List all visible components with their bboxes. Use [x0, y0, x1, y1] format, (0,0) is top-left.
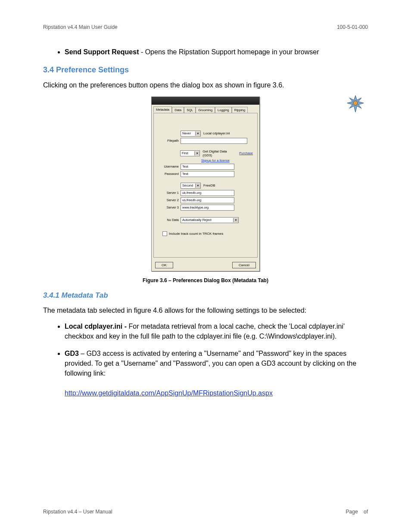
tab-logging[interactable]: Logging: [215, 107, 232, 113]
nodata-label: No Data: [158, 218, 181, 222]
p-3-4-1: The metadata tab selected in figure 4.6 …: [43, 306, 368, 315]
select-value: First: [182, 151, 188, 155]
chevron-down-icon: ▼: [195, 131, 200, 136]
cancel-button[interactable]: Cancel: [232, 262, 256, 268]
trck-checkbox[interactable]: [162, 231, 167, 236]
heading-3-4-1: 3.4.1 Metadata Tab: [43, 291, 368, 300]
nodata-select[interactable]: Automatically Reject ▼: [181, 217, 239, 223]
tab-ripping[interactable]: Ripping: [232, 107, 248, 113]
server1-label: Server 1: [158, 191, 181, 195]
desc: - Opens the Ripstation Support homepage …: [139, 48, 319, 56]
gd3-signup-link[interactable]: http://www.getdigitaldata.com/AppSignUp/…: [65, 389, 273, 397]
svg-point-1: [353, 101, 358, 106]
header-left: Ripstation v4.4 Main User Guide: [43, 24, 118, 30]
top-bullet-list: Send Support Request - Opens the Ripstat…: [65, 47, 368, 57]
password-label: Password: [158, 172, 181, 176]
freedb-priority-select[interactable]: Second ▼: [181, 183, 201, 189]
server2-label: Server 2: [158, 198, 181, 202]
desc: – GD3 access is activated by entering a …: [65, 350, 356, 377]
dialog-panel: Never ▼ Local cdplayer.ini Filepath Firs…: [153, 113, 258, 258]
gd3-label: Get Digital Data (GD3): [202, 149, 237, 157]
purchase-link[interactable]: Purchase: [239, 151, 253, 155]
password-input[interactable]: Test: [181, 171, 234, 177]
footer-left: Ripstation v4.4 – User Manual: [43, 509, 112, 515]
ok-button[interactable]: OK: [155, 262, 173, 268]
server2-input[interactable]: us.freedb.org: [181, 197, 234, 203]
term: Send Support Request: [65, 48, 139, 56]
freedb-label: FreeDB: [203, 184, 215, 187]
filepath-input[interactable]: [181, 138, 247, 144]
header-right: 100-5-01-000: [337, 24, 368, 30]
bullet-send-support: Send Support Request - Opens the Ripstat…: [65, 47, 368, 57]
username-label: Username: [158, 165, 181, 168]
trck-label: Include track count in TRCK frames: [169, 232, 223, 236]
p-3-4: Clicking on the preferences button opens…: [43, 81, 368, 90]
page-header: Ripstation v4.4 Main User Guide 100-5-01…: [43, 24, 368, 30]
chevron-down-icon: ▼: [195, 184, 200, 188]
page-footer: Ripstation v4.4 – User Manual Page of: [43, 509, 368, 515]
tab-data[interactable]: Data: [172, 107, 184, 113]
chevron-down-icon: ▼: [233, 218, 238, 222]
gd3-priority-select[interactable]: First ▼: [180, 150, 200, 156]
signup-link[interactable]: Signup for a license: [201, 159, 230, 162]
tab-sql[interactable]: SQL: [184, 107, 196, 113]
heading-3-4: 3.4 Preference Settings: [43, 65, 368, 75]
bullet-local-cdplayer: Local cdplayer.ini - For metadata retrie…: [65, 321, 368, 341]
chevron-down-icon: ▼: [194, 151, 199, 156]
figure-caption: Figure 3.6 – Preferences Dialog Box (Met…: [43, 277, 368, 283]
local-label: Local cdplayer.ini: [203, 131, 230, 135]
username-input[interactable]: Test: [181, 164, 234, 170]
footer-right: Page of: [346, 509, 368, 515]
server3-label: Server 3: [158, 205, 181, 209]
preferences-dialog: Metadata Data SQL Grooming Logging Rippi…: [151, 96, 260, 271]
tab-grooming[interactable]: Grooming: [196, 107, 215, 113]
term: GD3: [65, 350, 79, 357]
select-value: Second: [182, 184, 193, 187]
tab-metadata[interactable]: Metadata: [153, 106, 172, 113]
dialog-titlebar[interactable]: [152, 97, 259, 105]
metadata-settings-list: Local cdplayer.ini - For metadata retrie…: [65, 321, 368, 398]
term: Local cdplayer.ini -: [65, 323, 129, 330]
select-value: Never: [182, 131, 191, 135]
gear-star-icon: [346, 95, 364, 113]
server3-input[interactable]: www.tracktype.org: [181, 205, 234, 211]
server1-input[interactable]: uk.freedb.org: [181, 190, 234, 196]
dialog-tabs: Metadata Data SQL Grooming Logging Rippi…: [152, 105, 259, 113]
select-value: Automatically Reject: [182, 218, 212, 222]
bullet-gd3: GD3 – GD3 access is activated by enterin…: [65, 348, 368, 398]
local-priority-select[interactable]: Never ▼: [181, 131, 201, 137]
filepath-label: Filepath: [158, 139, 181, 143]
